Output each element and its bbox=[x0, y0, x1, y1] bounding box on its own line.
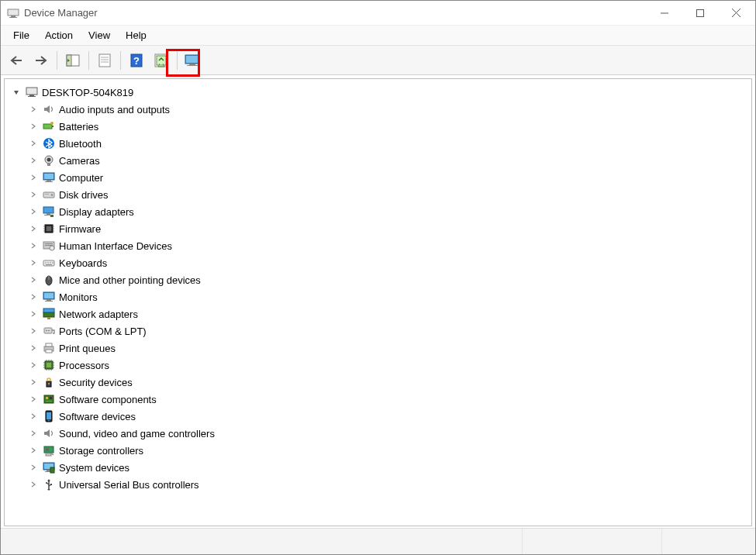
tree-category-label: Display adapters bbox=[59, 206, 134, 218]
camera-icon bbox=[42, 153, 56, 167]
toolbar-back-button[interactable] bbox=[5, 50, 27, 71]
tree-category-label: Computer bbox=[59, 172, 103, 184]
toolbar-forward-button[interactable] bbox=[30, 50, 52, 71]
chevron-right-icon[interactable] bbox=[28, 138, 39, 149]
svg-point-90 bbox=[48, 383, 50, 384]
chevron-right-icon[interactable] bbox=[28, 326, 39, 336]
chevron-right-icon[interactable] bbox=[28, 360, 39, 371]
tree-category-label: Cameras bbox=[59, 155, 100, 167]
chevron-right-icon[interactable] bbox=[28, 291, 39, 302]
tree-category-label: Print queues bbox=[59, 343, 116, 354]
chevron-right-icon[interactable] bbox=[28, 411, 39, 422]
tree-category[interactable]: Monitors bbox=[8, 288, 748, 305]
device-tree-panel[interactable]: DESKTOP-504K819Audio inputs and outputsB… bbox=[4, 78, 752, 526]
tree-category[interactable]: Mice and other pointing devices bbox=[8, 271, 748, 288]
svg-rect-32 bbox=[44, 174, 54, 179]
tree-category[interactable]: Ports (COM & LPT) bbox=[8, 322, 748, 340]
svg-text:?: ? bbox=[133, 55, 140, 67]
toolbar-show-hide-console-tree-button[interactable] bbox=[62, 50, 84, 71]
tree-category[interactable]: Universal Serial Bus controllers bbox=[8, 476, 748, 493]
tree-category[interactable]: Display adapters bbox=[8, 203, 748, 220]
chevron-right-icon[interactable] bbox=[28, 445, 39, 456]
svg-rect-76 bbox=[47, 363, 51, 367]
tree-category-label: Software components bbox=[59, 394, 157, 405]
menu-help[interactable]: Help bbox=[118, 28, 154, 43]
tree-root-label: DESKTOP-504K819 bbox=[42, 87, 133, 98]
chevron-right-icon[interactable] bbox=[28, 104, 39, 115]
svg-rect-91 bbox=[44, 395, 54, 403]
chevron-down-icon[interactable] bbox=[11, 87, 22, 98]
tree-category[interactable]: Computer bbox=[8, 169, 748, 186]
tree-category[interactable]: Software devices bbox=[8, 408, 748, 425]
toolbar-properties-button[interactable] bbox=[94, 50, 116, 71]
svg-rect-0 bbox=[8, 9, 19, 16]
tree-category[interactable]: Bluetooth bbox=[8, 135, 748, 152]
svg-point-58 bbox=[52, 262, 54, 264]
title-bar: Device Manager bbox=[1, 1, 755, 26]
svg-rect-16 bbox=[157, 56, 166, 65]
svg-rect-21 bbox=[26, 88, 37, 95]
tree-root[interactable]: DESKTOP-504K819 bbox=[8, 84, 748, 101]
tree-category[interactable]: Storage controllers bbox=[8, 442, 748, 459]
toolbar: ? bbox=[1, 46, 755, 75]
firmware-icon bbox=[42, 222, 56, 236]
maximize-button[interactable] bbox=[682, 2, 718, 25]
bluetooth-icon bbox=[42, 136, 56, 150]
toolbar-scan-hardware-button[interactable] bbox=[150, 50, 172, 71]
svg-rect-51 bbox=[45, 243, 53, 244]
tree-category[interactable]: Disk drives bbox=[8, 186, 748, 203]
tree-category[interactable]: Batteries bbox=[8, 118, 748, 135]
tree-category[interactable]: System devices bbox=[8, 459, 748, 476]
toolbar-help-button[interactable]: ? bbox=[126, 50, 147, 71]
chevron-right-icon[interactable] bbox=[28, 223, 39, 234]
storage-icon bbox=[42, 443, 56, 457]
svg-point-108 bbox=[46, 482, 47, 484]
chevron-right-icon[interactable] bbox=[28, 343, 39, 353]
chevron-right-icon[interactable] bbox=[28, 121, 39, 132]
chevron-right-icon[interactable] bbox=[28, 394, 39, 405]
menu-action[interactable]: Action bbox=[37, 28, 81, 43]
tree-category-label: Ports (COM & LPT) bbox=[59, 326, 147, 337]
tree-category[interactable]: Sound, video and game controllers bbox=[8, 425, 748, 442]
minimize-button[interactable] bbox=[647, 2, 682, 25]
svg-point-56 bbox=[47, 262, 49, 264]
hid-icon bbox=[42, 239, 56, 253]
chevron-right-icon[interactable] bbox=[28, 462, 39, 473]
menu-view[interactable]: View bbox=[81, 28, 118, 43]
svg-rect-2 bbox=[9, 17, 17, 18]
tree-category[interactable]: Keyboards bbox=[8, 254, 748, 271]
tree-category[interactable]: Software components bbox=[8, 391, 748, 408]
chevron-right-icon[interactable] bbox=[28, 377, 39, 388]
tree-category[interactable]: Human Interface Devices bbox=[8, 237, 748, 254]
tree-category[interactable]: Audio inputs and outputs bbox=[8, 101, 748, 118]
svg-rect-25 bbox=[52, 126, 54, 127]
status-bar bbox=[1, 528, 755, 554]
properties-icon bbox=[98, 53, 111, 67]
tree-category[interactable]: Firmware bbox=[8, 220, 748, 237]
chevron-right-icon[interactable] bbox=[28, 479, 39, 490]
svg-point-29 bbox=[47, 158, 51, 162]
chevron-right-icon[interactable] bbox=[28, 189, 39, 200]
chevron-right-icon[interactable] bbox=[28, 257, 39, 268]
close-button[interactable] bbox=[718, 2, 754, 25]
tree-category[interactable]: Processors bbox=[8, 357, 748, 374]
menu-file[interactable]: File bbox=[5, 28, 37, 43]
chevron-right-icon[interactable] bbox=[28, 240, 39, 251]
disk-icon bbox=[42, 188, 56, 202]
tree-category[interactable]: Network adapters bbox=[8, 305, 748, 322]
tree-category[interactable]: Security devices bbox=[8, 374, 748, 391]
tree-category[interactable]: Cameras bbox=[8, 152, 748, 169]
svg-rect-64 bbox=[47, 299, 51, 301]
svg-rect-68 bbox=[47, 317, 50, 319]
toolbar-add-legacy-hardware-button[interactable] bbox=[182, 50, 204, 71]
tree-category[interactable]: Print queues bbox=[8, 340, 748, 357]
svg-rect-1 bbox=[11, 16, 16, 17]
svg-rect-94 bbox=[46, 401, 52, 402]
chevron-right-icon[interactable] bbox=[28, 428, 39, 439]
tree-category-label: Storage controllers bbox=[59, 445, 143, 457]
chevron-right-icon[interactable] bbox=[28, 172, 39, 183]
chevron-right-icon[interactable] bbox=[28, 309, 39, 319]
chevron-right-icon[interactable] bbox=[28, 274, 39, 285]
chevron-right-icon[interactable] bbox=[28, 206, 39, 217]
chevron-right-icon[interactable] bbox=[28, 155, 39, 166]
